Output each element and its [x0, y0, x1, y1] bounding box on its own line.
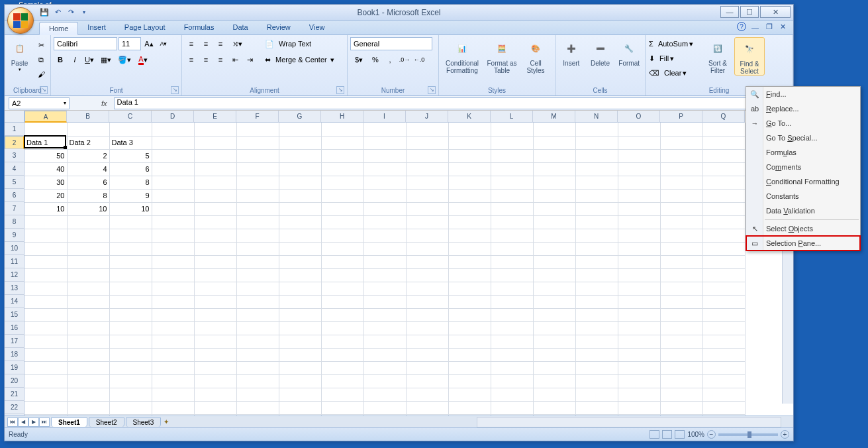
cell[interactable]: [152, 321, 194, 335]
cell[interactable]: [406, 242, 448, 255]
sheet-tab[interactable]: Sheet2: [89, 418, 124, 427]
cell[interactable]: [363, 202, 406, 215]
row-header[interactable]: 4: [5, 162, 24, 176]
cell[interactable]: [618, 255, 660, 268]
cell[interactable]: [152, 401, 194, 414]
cell[interactable]: [618, 401, 660, 414]
row-header[interactable]: 11: [5, 255, 24, 268]
row-header[interactable]: 3: [5, 149, 24, 162]
name-box[interactable]: A2▾: [9, 97, 70, 109]
cell[interactable]: [363, 176, 406, 189]
cell[interactable]: [702, 295, 745, 308]
cell[interactable]: [491, 321, 533, 335]
cell[interactable]: [491, 136, 533, 149]
cell[interactable]: [660, 308, 702, 321]
cell[interactable]: 5: [109, 149, 152, 162]
menu-item-comments[interactable]: Comments: [746, 160, 860, 174]
zoom-slider[interactable]: [718, 433, 778, 436]
cell[interactable]: [491, 348, 533, 361]
maximize-button[interactable]: ☐: [740, 6, 759, 18]
cell[interactable]: [702, 162, 745, 176]
cell[interactable]: [575, 242, 618, 255]
cell[interactable]: [448, 361, 491, 374]
workbook-close-button[interactable]: ✕: [778, 22, 788, 32]
cell[interactable]: [448, 189, 491, 202]
bold-button[interactable]: B: [54, 53, 67, 66]
cell[interactable]: [448, 162, 491, 176]
cell[interactable]: [491, 215, 533, 229]
cell[interactable]: [618, 388, 660, 401]
cell[interactable]: [321, 162, 363, 176]
align-middle-icon[interactable]: ≡: [199, 37, 213, 50]
cell[interactable]: [321, 348, 363, 361]
cell[interactable]: [702, 335, 745, 348]
cell[interactable]: [152, 162, 194, 176]
cell[interactable]: [194, 136, 236, 149]
cell[interactable]: [24, 229, 67, 242]
wrap-text-button[interactable]: 📄 Wrap Text: [263, 37, 336, 50]
cell[interactable]: [660, 321, 702, 335]
cell[interactable]: [702, 149, 745, 162]
cell[interactable]: [575, 401, 618, 414]
cell[interactable]: [24, 374, 67, 388]
cell[interactable]: [279, 308, 321, 321]
sheet-nav-last[interactable]: ⏭: [39, 418, 50, 427]
cell[interactable]: [575, 308, 618, 321]
horizontal-scrollbar[interactable]: [477, 417, 781, 427]
tab-review[interactable]: Review: [258, 21, 300, 34]
cell[interactable]: [67, 295, 109, 308]
cell[interactable]: [152, 295, 194, 308]
cell[interactable]: [618, 162, 660, 176]
cell[interactable]: [24, 401, 67, 414]
alignment-launcher[interactable]: ↘: [336, 86, 344, 94]
fill-color-button[interactable]: 🪣▾: [116, 53, 133, 66]
cell[interactable]: [109, 255, 152, 268]
cell[interactable]: 8: [109, 176, 152, 189]
cell[interactable]: [575, 123, 618, 136]
cell[interactable]: [236, 388, 279, 401]
cell[interactable]: [109, 268, 152, 282]
copy-icon[interactable]: ⧉: [34, 53, 48, 66]
cell[interactable]: [24, 361, 67, 374]
currency-icon[interactable]: $▾: [350, 53, 367, 66]
cell[interactable]: [448, 149, 491, 162]
cell[interactable]: [236, 136, 279, 149]
cell[interactable]: [660, 361, 702, 374]
cell[interactable]: [491, 335, 533, 348]
cell[interactable]: [660, 215, 702, 229]
cell[interactable]: [194, 189, 236, 202]
column-header[interactable]: Q: [702, 111, 745, 123]
cell[interactable]: [67, 123, 109, 136]
cell[interactable]: [448, 229, 491, 242]
cell[interactable]: [279, 401, 321, 414]
cell[interactable]: [533, 136, 575, 149]
cell[interactable]: [448, 215, 491, 229]
cell[interactable]: [448, 176, 491, 189]
row-header[interactable]: 16: [5, 321, 24, 335]
cell[interactable]: [67, 308, 109, 321]
cell[interactable]: [109, 348, 152, 361]
cell[interactable]: [533, 361, 575, 374]
cell[interactable]: [406, 215, 448, 229]
cell[interactable]: [575, 229, 618, 242]
cell[interactable]: [67, 374, 109, 388]
number-format-select[interactable]: [350, 37, 432, 50]
cell[interactable]: [321, 282, 363, 295]
cell[interactable]: [660, 162, 702, 176]
cell[interactable]: [448, 374, 491, 388]
italic-button[interactable]: I: [68, 53, 81, 66]
cell[interactable]: [279, 335, 321, 348]
cell[interactable]: [575, 149, 618, 162]
menu-item-formulas[interactable]: Formulas: [746, 145, 860, 160]
fx-icon[interactable]: fx: [101, 99, 107, 107]
delete-cells-button[interactable]: ➖ Delete: [587, 37, 614, 67]
cell[interactable]: Data 3: [109, 136, 152, 149]
cell[interactable]: [236, 335, 279, 348]
cell-styles-button[interactable]: 🎨 Cell Styles: [521, 37, 550, 74]
row-header[interactable]: 18: [5, 348, 24, 361]
cell[interactable]: [660, 282, 702, 295]
cell[interactable]: [321, 335, 363, 348]
row-header[interactable]: 7: [5, 202, 24, 215]
cell[interactable]: [406, 268, 448, 282]
cell[interactable]: [406, 162, 448, 176]
